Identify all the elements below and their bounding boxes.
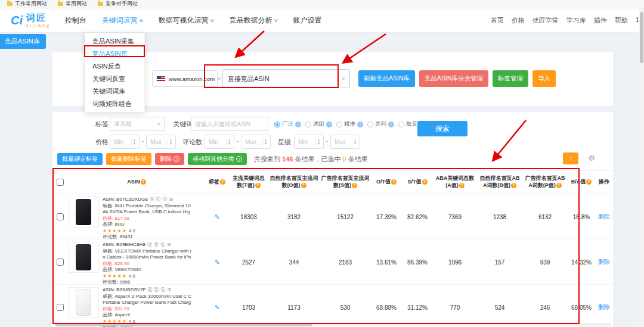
link-pricing[interactable]: 价格 (512, 16, 525, 25)
stepper-control[interactable]: ▴▾ (352, 139, 356, 145)
col-label: S/T值 (407, 179, 421, 185)
tag-edit-icon[interactable]: ✎ (214, 213, 219, 220)
link-home[interactable]: 首页 (491, 16, 504, 25)
reviews-min-input[interactable] (209, 139, 226, 145)
quickview-icon[interactable]: ⓠ (154, 287, 159, 294)
stars-max-input[interactable] (335, 139, 352, 145)
help-icon: ? (391, 179, 397, 185)
tag-manage-button[interactable]: 标签管理 (493, 70, 528, 87)
copy-icon[interactable]: ⊞ (167, 242, 171, 248)
stepper-control[interactable]: ▴▾ (226, 139, 230, 145)
amazon-link-icon[interactable]: ⓐ (147, 287, 152, 294)
nav-item-keyword-ops[interactable]: 关键词运营∧ (102, 15, 143, 26)
match-option-parallel[interactable]: 并列? (367, 120, 394, 128)
col-header-o-value: 自然排名首页主流词数(O值)? (268, 175, 320, 189)
row-checkbox[interactable] (57, 259, 64, 266)
scrollbar-thumb[interactable] (55, 323, 312, 326)
amazon-link-icon[interactable]: ⓐ (147, 242, 152, 248)
row-checkbox[interactable] (57, 304, 64, 311)
category-manage-button[interactable]: 竞品ASIN库分类管理 (419, 70, 488, 87)
step-down-icon[interactable]: ▾ (228, 142, 230, 145)
marketplace-select[interactable]: www.amazon.com ∨ (152, 70, 218, 87)
help-icon: ? (422, 179, 428, 185)
app-logo[interactable]: Ci 词匠 sijiang (11, 13, 51, 27)
keepa-icon[interactable]: ⓚ (160, 242, 165, 248)
reviews-max-input[interactable] (245, 139, 262, 145)
tag-filter-select[interactable]: 请选择 ∨ (110, 117, 165, 131)
stepper-control[interactable]: ▴▾ (262, 139, 267, 145)
nav-item-account-settings[interactable]: 账户设置 (293, 15, 321, 26)
keepa-icon[interactable]: ⓚ (163, 197, 168, 203)
vertical-scrollbar[interactable] (639, 8, 644, 327)
delete-row-link[interactable]: 删除 (598, 304, 610, 310)
button-label: 移动到其他分类 (193, 155, 234, 163)
scrollbar-thumb[interactable] (640, 12, 643, 63)
ba-ratio: 14.32% (568, 259, 595, 266)
row-checkbox[interactable] (57, 213, 64, 220)
match-option-broad[interactable]: 广泛? (274, 120, 301, 128)
stepper-control[interactable]: ▴▾ (168, 139, 172, 145)
copy-icon[interactable]: ⊞ (167, 287, 171, 294)
horizontal-scrollbar[interactable] (54, 323, 611, 326)
export-button[interactable]: ↑ (563, 152, 578, 164)
import-button[interactable]: 导入 (532, 70, 556, 87)
tag-edit-icon[interactable]: ✎ (214, 304, 219, 311)
search-button[interactable]: 搜索 (417, 121, 467, 136)
select-all-checkbox[interactable] (57, 179, 64, 186)
product-price: 价格: $17.99 (103, 216, 191, 222)
step-down-icon[interactable]: ▾ (170, 142, 172, 145)
menu-item-word-matrix[interactable]: 词频矩阵组合 (85, 98, 144, 110)
menu-item-asin-reverse[interactable]: ASIN反查 (85, 60, 144, 73)
amazon-link-icon[interactable]: ⓐ (150, 197, 154, 203)
step-down-icon[interactable]: ▾ (265, 142, 267, 145)
step-down-icon[interactable]: ▾ (318, 142, 320, 145)
delete-row-link[interactable]: 删除 (598, 213, 610, 220)
o-value: 1173 (268, 304, 320, 311)
side-tab-asin-library[interactable]: 竞品ASIN库 (0, 34, 46, 49)
delete-row-link[interactable]: 删除 (598, 259, 610, 265)
bookmark-folder-competitor[interactable]: 竞争对手网站 (98, 0, 138, 8)
screen: 工作常用网站 常用网站 竞争对手网站 Ci 词匠 sijiang 控制台 关键词… (0, 0, 644, 327)
keyword-filter-label: 关键词 (173, 120, 193, 129)
menu-item-keyword-reverse[interactable]: 关键词反查 (85, 73, 144, 85)
link-library[interactable]: 学习库 (566, 16, 586, 25)
keepa-icon[interactable]: ⓚ (160, 287, 165, 294)
nav-item-data-visualization[interactable]: 数据可视化运营∨ (159, 15, 214, 26)
link-plugin[interactable]: 插件 (594, 16, 607, 25)
gear-icon[interactable]: ⚙ (588, 154, 595, 163)
match-option-phrase[interactable]: 词组? (305, 120, 332, 128)
step-down-icon[interactable]: ▾ (134, 142, 135, 145)
move-to-category-button[interactable]: 移动到其他分类? (188, 153, 247, 165)
reviews-filter-label: 评论数 (182, 138, 202, 147)
menu-item-asin-collect[interactable]: 竞品ASIN采集 (85, 35, 144, 48)
link-help[interactable]: 帮助 (615, 16, 628, 25)
help-icon: ? (556, 183, 562, 188)
stars-min-input[interactable] (298, 139, 315, 145)
link-academy[interactable]: 优匠学堂 (532, 16, 559, 25)
stepper-control[interactable]: ▴▾ (315, 139, 320, 145)
asin-text: ASIN: B09B94C8H8 (103, 242, 145, 248)
menu-item-asin-library[interactable]: 竞品ASIN库 (85, 48, 144, 60)
nav-item-competitor-analysis[interactable]: 竞品数据分析∨ (230, 15, 278, 26)
match-option-exact[interactable]: 精准? (336, 120, 363, 128)
keyword-input[interactable] (195, 121, 264, 127)
marketplace-value: www.amazon.com (169, 76, 215, 82)
bookmark-folder-common[interactable]: 常用网站 (58, 0, 87, 8)
step-down-icon[interactable]: ▾ (354, 142, 356, 145)
tag-edit-icon[interactable]: ✎ (214, 259, 219, 266)
bookmark-folder-work[interactable]: 工作常用网站 (7, 0, 47, 8)
asin-category-select[interactable]: 直接竞品ASIN ∨ (222, 69, 350, 88)
quickview-icon[interactable]: ⓠ (156, 197, 161, 203)
bulk-remove-tags-button[interactable]: 批量删除标签 (106, 153, 151, 165)
price-max-input[interactable] (150, 139, 168, 145)
quickview-icon[interactable]: ⓠ (154, 242, 159, 248)
price-min-input[interactable] (114, 139, 131, 145)
bulk-bind-tags-button[interactable]: 批量绑定标签 (57, 153, 103, 165)
stepper-control[interactable]: ▴▾ (131, 139, 135, 145)
refresh-asin-library-button[interactable]: 刷新竞品ASIN库 (358, 70, 415, 87)
nav-item-dashboard[interactable]: 控制台 (65, 15, 86, 26)
table-body: ASIN: B07CZDXDG8ⓐⓠⓚ⊞ 标题: INIU Portable C… (52, 194, 613, 327)
copy-icon[interactable]: ⊞ (169, 197, 174, 203)
menu-item-keyword-library[interactable]: 关键词词库 (85, 85, 144, 98)
bulk-delete-button[interactable]: 删除? (155, 153, 184, 165)
